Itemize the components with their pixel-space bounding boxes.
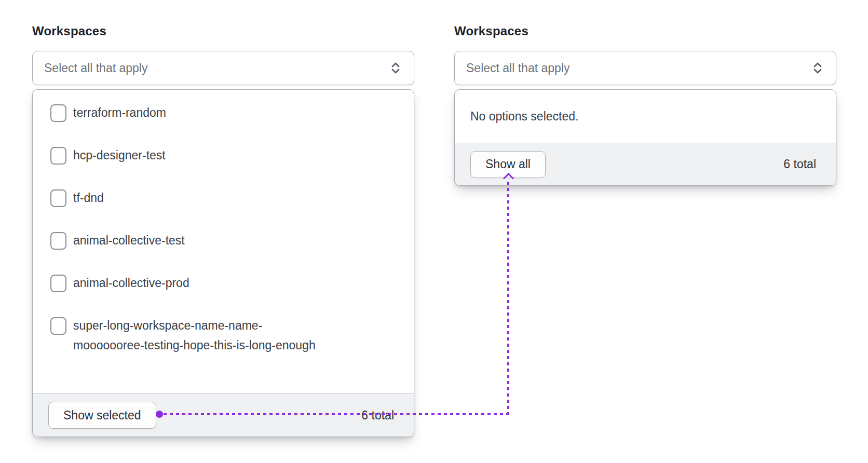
total-count: 6 total bbox=[361, 408, 394, 423]
option-row[interactable]: tf-dnd bbox=[50, 188, 401, 208]
page: Workspaces Select all that apply terrafo… bbox=[0, 0, 868, 463]
workspaces-label-left: Workspaces bbox=[32, 24, 106, 38]
option-label: animal-collective-prod bbox=[73, 273, 189, 293]
show-selected-button[interactable]: Show selected bbox=[48, 402, 156, 429]
workspaces-dropdown-open: terraform-random hcp-designer-test tf-dn… bbox=[32, 89, 414, 437]
option-label: tf-dnd bbox=[73, 188, 104, 208]
option-row[interactable]: animal-collective-prod bbox=[50, 273, 401, 293]
total-count: 6 total bbox=[783, 157, 816, 171]
option-label: super-long-workspace-name-name- moooooor… bbox=[73, 316, 316, 355]
option-row[interactable]: hcp-designer-test bbox=[50, 145, 401, 165]
option-checkbox[interactable] bbox=[50, 104, 66, 122]
option-checkbox[interactable] bbox=[50, 317, 66, 335]
dropdown-footer: Show all 6 total bbox=[455, 143, 836, 185]
select-placeholder: Select all that apply bbox=[466, 61, 569, 75]
empty-state-message: No options selected. bbox=[455, 90, 836, 143]
option-checkbox[interactable] bbox=[50, 275, 66, 292]
dropdown-footer: Show selected 6 total bbox=[33, 393, 414, 437]
option-label: terraform-random bbox=[73, 103, 166, 122]
option-checkbox[interactable] bbox=[50, 232, 66, 250]
caret-sort-icon bbox=[390, 61, 401, 75]
workspaces-dropdown-empty: No options selected. Show all 6 total bbox=[454, 89, 836, 186]
caret-sort-icon bbox=[812, 61, 823, 75]
options-list: terraform-random hcp-designer-test tf-dn… bbox=[33, 90, 414, 393]
option-label: hcp-designer-test bbox=[73, 145, 166, 165]
show-all-button[interactable]: Show all bbox=[470, 151, 546, 178]
option-checkbox[interactable] bbox=[50, 189, 66, 207]
option-row[interactable]: terraform-random bbox=[50, 103, 401, 122]
workspaces-select-right[interactable]: Select all that apply bbox=[454, 51, 836, 85]
option-row[interactable]: animal-collective-test bbox=[50, 230, 401, 250]
workspaces-label-right: Workspaces bbox=[454, 24, 528, 38]
option-checkbox[interactable] bbox=[50, 147, 66, 165]
annotation-dotted-line-vertical bbox=[507, 182, 509, 415]
select-placeholder: Select all that apply bbox=[44, 61, 147, 75]
option-label: animal-collective-test bbox=[73, 230, 185, 250]
option-row[interactable]: super-long-workspace-name-name- moooooor… bbox=[50, 316, 401, 355]
workspaces-select-left[interactable]: Select all that apply bbox=[32, 51, 414, 85]
